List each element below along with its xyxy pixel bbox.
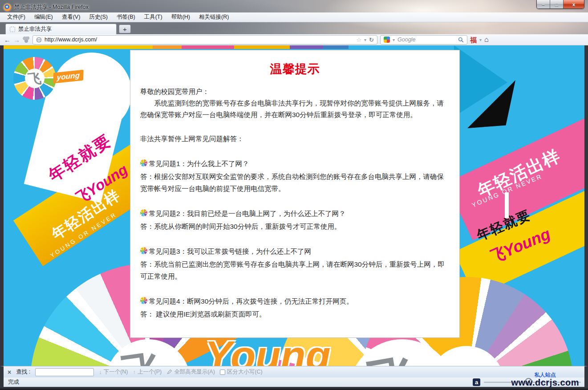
tab-active[interactable]: 禁止非法共享 — [5, 24, 117, 34]
menu-tools[interactable]: 工具(T) — [140, 12, 167, 22]
find-bar: × 查找 : ↓ 下一个(N) ↑ 上一个(P) 全部高亮显示(A) 区分大小写… — [0, 366, 588, 378]
browser-chrome: 禁止非法共享 - Mozilla Firefox – □ x 文件(F) 编辑(… — [0, 0, 588, 34]
left-ribbon-cap — [52, 53, 132, 133]
web-page-viewport: 飞 young 年轻就要 飞Young 年轻活出样 YOUNG OR NEVER… — [0, 45, 588, 366]
notice-title: 温馨提示 — [140, 61, 450, 77]
faq-answer: 答：系统从你断网的时间开始30分钟后，重新拨号才可正常使用。 — [140, 220, 450, 232]
find-input[interactable] — [35, 368, 94, 376]
top-color-stripe — [4, 45, 584, 49]
menu-file[interactable]: 文件(F) — [3, 12, 30, 22]
find-previous-button[interactable]: ↑ 上一个(P) — [133, 368, 162, 376]
window-controls: – □ x — [536, 0, 584, 9]
faq-flower-icon — [140, 159, 147, 167]
bookmark-star-icon[interactable]: ☆ — [356, 37, 361, 43]
faq-item-3: 常见问题3：我可以正常拨号链接，为什么还上不了网 答：系统当前已监测出您的宽带账… — [140, 246, 450, 282]
match-case-checkbox[interactable]: 区分大小写(C) — [220, 368, 263, 376]
faq-item-1: 常见问题1：为什么我上不了网？ 答：根据公安部对互联网安全监管的要求，系统自动检… — [140, 158, 450, 195]
fu-addon-icon[interactable]: 福 — [470, 37, 477, 43]
notice-panel: 温馨提示 尊敬的校园宽带用户： 系统监测到您的宽带账号存在多台电脑非法共享行为，… — [130, 50, 460, 338]
menu-edit[interactable]: 编辑(E) — [30, 12, 57, 22]
faq-answer: 答：根据公安部对互联网安全监管的要求，系统自动检测到您的账号存在多台电脑共享上网… — [140, 171, 450, 195]
faq-flower-icon — [140, 247, 147, 254]
faq-question: 常见问题4：断网30分钟后，再次拨号连接，仍无法正常打开网页。 — [149, 296, 353, 307]
menu-help[interactable]: 帮助(H) — [167, 12, 195, 22]
minimize-button[interactable]: – — [537, 0, 550, 8]
tab-bar: 禁止非法共享 + — [0, 22, 588, 34]
faq-answer: 答： 建议使用IE浏览器或刷新页面即可。 — [140, 308, 450, 320]
faq-question: 常见问题2：我目前已经是一台电脑上网了，为什么还上不了网？ — [149, 208, 346, 219]
watermark-label: 私人站点 — [511, 372, 579, 378]
navigation-bar: ← → http://www.dcrjs.com/ ☆ ▾ ↻ ▾ Google… — [0, 34, 588, 45]
reload-icon[interactable]: ↻ — [369, 37, 374, 43]
close-button[interactable]: x — [564, 0, 584, 8]
highlighter-icon — [166, 369, 172, 375]
notice-greeting: 尊敬的校园宽带用户： — [140, 86, 450, 98]
status-bar-right: a 私人站点 www.dcrjs.com — [473, 378, 581, 387]
faq-flower-icon — [140, 209, 147, 216]
menu-history[interactable]: 历史(S) — [85, 12, 112, 22]
url-bar[interactable]: http://www.dcrjs.com/ ☆ ▾ ↻ — [32, 35, 377, 45]
status-text: 完成 — [8, 378, 19, 386]
faq-flower-icon — [140, 297, 147, 304]
down-arrow-icon: ↓ — [99, 369, 102, 375]
firefox-logo-icon — [4, 4, 11, 11]
search-magnifier-icon[interactable] — [458, 37, 464, 43]
window-bottom-border — [0, 387, 588, 390]
faq-item-2: 常见问题2：我目前已经是一台电脑上网了，为什么还上不了网？ 答：系统从你断网的时… — [140, 208, 450, 232]
highlight-all-button[interactable]: 全部高亮显示(A) — [166, 368, 215, 376]
home-icon[interactable]: ⌂ — [484, 36, 489, 43]
find-close-icon[interactable]: × — [8, 369, 11, 375]
url-text[interactable]: http://www.dcrjs.com/ — [45, 37, 353, 43]
faq-heading: 非法共享暂停上网常见问题解答： — [140, 133, 450, 145]
notice-intro: 系统监测到您的宽带账号存在多台电脑非法共享行为，现暂停对你的宽带账号提供上网服务… — [140, 98, 450, 121]
menu-related-links[interactable]: 相关链接(R) — [195, 12, 233, 22]
faq-answer: 答：系统当前已监测出您的宽带账号存在多台电脑共享上网，请在断网30分钟后，重新拨… — [140, 258, 450, 282]
maximize-button[interactable]: □ — [550, 0, 564, 8]
new-tab-button[interactable]: + — [119, 24, 131, 33]
site-watermark: 私人站点 www.dcrjs.com — [511, 372, 579, 387]
tab-favicon-placeholder-icon — [10, 27, 15, 32]
faq-question: 常见问题1：为什么我上不了网？ — [149, 158, 249, 170]
faq-item-4: 常见问题4：断网30分钟后，再次拨号连接，仍无法正常打开网页。 答： 建议使用I… — [140, 296, 450, 320]
globe-icon — [36, 37, 42, 43]
title-bar[interactable]: 禁止非法共享 - Mozilla Firefox – □ x — [0, 0, 588, 12]
text-zoom-icon[interactable]: a — [473, 378, 480, 386]
back-icon[interactable]: ← — [4, 37, 11, 43]
search-engine-dropdown-icon[interactable]: ▾ — [393, 37, 395, 42]
menu-view[interactable]: 查看(V) — [57, 12, 85, 22]
find-label: 查找 : — [16, 368, 30, 376]
menu-bookmarks[interactable]: 书签(B) — [112, 12, 140, 22]
logo-fei-glyph: 飞 — [27, 69, 42, 89]
faq-question: 常见问题3：我可以正常拨号链接，为什么还上不了网 — [149, 246, 311, 257]
tab-title: 禁止非法共享 — [18, 25, 52, 33]
fu-dropdown-icon[interactable]: ▾ — [479, 37, 482, 42]
search-input[interactable]: Google — [397, 37, 455, 43]
extension-paw-icon[interactable] — [23, 37, 30, 43]
status-bar: 完成 a 私人站点 www.dcrjs.com — [0, 378, 588, 387]
forward-icon[interactable]: → — [13, 37, 20, 43]
find-next-button[interactable]: ↓ 下一个(N) — [99, 368, 128, 376]
checkbox-icon[interactable] — [220, 370, 225, 375]
search-bar[interactable]: ▾ Google — [380, 35, 467, 45]
up-arrow-icon: ↑ — [133, 369, 136, 375]
window-title: 禁止非法共享 - Mozilla Firefox — [14, 4, 89, 11]
menu-bar: 文件(F) 编辑(E) 查看(V) 历史(S) 书签(B) 工具(T) 帮助(H… — [0, 12, 588, 22]
google-engine-icon[interactable] — [384, 37, 390, 43]
url-dropdown-icon[interactable]: ▾ — [364, 37, 366, 42]
firefox-window: 禁止非法共享 - Mozilla Firefox – □ x 文件(F) 编辑(… — [0, 0, 588, 390]
watermark-domain: www.dcrjs.com — [511, 378, 579, 387]
